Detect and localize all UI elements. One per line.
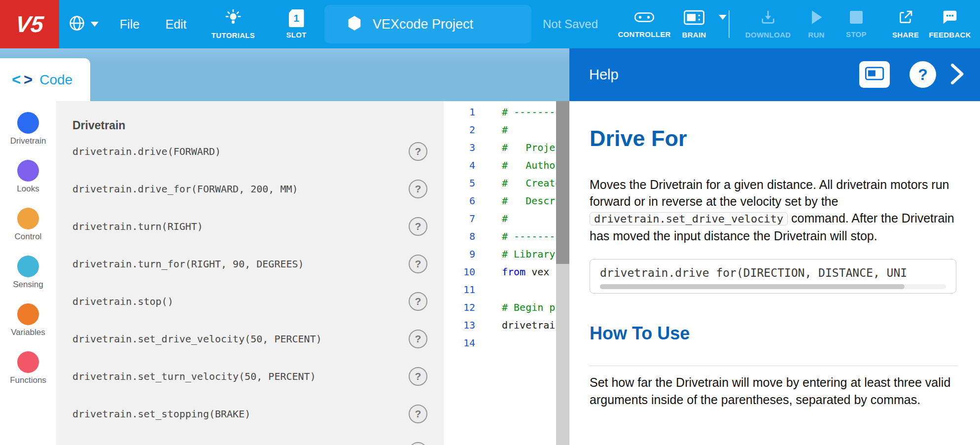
sidebar-category-drivetrain[interactable]: Drivetrain — [10, 112, 46, 160]
category-sidebar: DrivetrainLooksControlSensingVariablesFu… — [0, 101, 56, 445]
sidebar-category-control[interactable]: Control — [15, 208, 42, 256]
run-button[interactable]: RUN — [799, 0, 834, 48]
line-number: 7 — [444, 210, 475, 227]
editor-line[interactable]: 12# Begin p — [444, 298, 556, 316]
sidebar-category-variables[interactable]: Variables — [11, 303, 45, 351]
stop-button[interactable]: STOP — [838, 0, 875, 48]
looks-category-icon[interactable] — [17, 160, 39, 182]
command-help-icon[interactable]: ? — [409, 367, 427, 386]
slot-button[interactable]: 1 SLOT — [274, 0, 318, 48]
project-name-button[interactable]: VEXcode Project — [324, 5, 531, 43]
command-row[interactable]: drivetrain.drive(FORWARD)? — [72, 133, 427, 170]
help-collapse-button[interactable] — [948, 62, 966, 88]
category-label: Looks — [17, 184, 39, 194]
line-number: 9 — [444, 245, 475, 263]
line-number: 12 — [444, 298, 475, 316]
chevron-down-icon — [91, 22, 99, 27]
file-menu[interactable]: File — [114, 0, 145, 48]
command-text[interactable]: drivetrain.turn_for(RIGHT, 90, DEGREES) — [72, 258, 304, 270]
code-example-hscrollbar-thumb[interactable] — [600, 284, 905, 289]
help-toggle-button[interactable]: ? — [910, 61, 936, 88]
sidebar-category-sensing[interactable]: Sensing — [13, 256, 43, 303]
editor-line[interactable]: 3# Proje — [444, 139, 556, 156]
editor-line[interactable]: 11 — [444, 281, 556, 298]
command-text[interactable]: drivetrain.turn(RIGHT) — [72, 221, 203, 232]
command-text[interactable]: drivetrain.set_stopping(BRAKE) — [72, 408, 250, 420]
command-text[interactable]: drivetrain.set_turn_velocity(50, PERCENT… — [72, 371, 316, 382]
tutorials-button[interactable]: TUTORIALS — [204, 0, 263, 48]
command-text[interactable]: drivetrain.drive(FORWARD) — [72, 146, 221, 157]
code-editor[interactable]: 1# ---------2#3# Proje4# Autho5# Create6… — [444, 101, 556, 445]
brain-chevron-down-icon[interactable] — [719, 15, 727, 20]
command-help-icon[interactable]: ? — [409, 405, 427, 423]
command-help-icon[interactable]: ? — [409, 217, 427, 236]
stop-icon — [849, 10, 864, 27]
sidebar-category-looks[interactable]: Looks — [17, 160, 39, 208]
controller-label: CONTROLLER — [618, 30, 670, 38]
command-row[interactable]: drivetrain.turn_for(RIGHT, 90, DEGREES)? — [72, 245, 427, 283]
command-help-icon[interactable]: ? — [409, 330, 427, 348]
line-number: 5 — [444, 174, 475, 192]
editor-line[interactable]: 5# Create — [444, 174, 556, 192]
line-number: 1 — [444, 103, 475, 121]
edit-menu[interactable]: Edit — [161, 0, 191, 48]
hexagon-icon — [347, 15, 362, 33]
editor-line[interactable]: 14 — [444, 334, 556, 352]
controller-button[interactable]: CONTROLLER — [611, 0, 677, 48]
vex-v5-logo[interactable]: V5 — [0, 0, 59, 48]
how-to-use-heading: How To Use — [590, 323, 958, 344]
command-row[interactable]: ? — [72, 433, 427, 445]
command-help-icon[interactable]: ? — [409, 442, 427, 445]
help-device-button[interactable] — [859, 61, 890, 88]
edit-menu-label: Edit — [165, 17, 186, 32]
command-help-icon[interactable]: ? — [409, 142, 427, 161]
feedback-button[interactable]: FEEDBACK — [921, 0, 979, 48]
command-row[interactable]: drivetrain.stop()? — [72, 283, 427, 320]
editor-line[interactable]: 7# — [444, 210, 556, 227]
logo-text: V5 — [14, 11, 45, 37]
command-text[interactable]: drivetrain.drive_for(FORWARD, 200, MM) — [72, 183, 298, 195]
download-button[interactable]: DOWNLOAD — [737, 0, 799, 48]
command-help-icon[interactable]: ? — [409, 180, 427, 198]
control-category-icon[interactable] — [17, 208, 39, 229]
editor-line[interactable]: 8# --------- — [444, 227, 556, 245]
slot-label: SLOT — [286, 31, 306, 39]
sensing-category-icon[interactable] — [17, 256, 39, 277]
editor-line[interactable]: 9# Library — [444, 245, 556, 263]
code-example-text: drivetrain.drive_for(DIRECTION, DISTANCE… — [600, 266, 946, 279]
command-help-icon[interactable]: ? — [409, 255, 427, 273]
feedback-bubble-icon — [942, 9, 958, 27]
command-help-icon[interactable]: ? — [409, 292, 427, 311]
tab-code[interactable]: < > Code — [0, 58, 90, 101]
line-number: 8 — [444, 227, 475, 245]
editor-scrollbar[interactable] — [556, 101, 569, 445]
editor-scrollbar-thumb[interactable] — [556, 101, 569, 264]
editor-line[interactable]: 4# Autho — [444, 156, 556, 174]
help-content: Drive For Moves the Drivetrain for a giv… — [569, 101, 980, 445]
line-number: 2 — [444, 121, 475, 139]
editor-line[interactable]: 2# — [444, 121, 556, 139]
file-menu-label: File — [120, 17, 140, 32]
editor-line[interactable]: 1# --------- — [444, 103, 556, 121]
code-text: # --------- — [502, 230, 556, 242]
command-text[interactable]: drivetrain.set_drive_velocity(50, PERCEN… — [72, 333, 322, 345]
sidebar-category-functions[interactable]: Functions — [10, 351, 46, 399]
drivetrain-category-icon[interactable] — [17, 112, 39, 134]
editor-line[interactable]: 6# Descri — [444, 192, 556, 210]
editor-line[interactable]: 13drivetrain — [444, 316, 556, 334]
code-example-hscrollbar[interactable] — [600, 284, 946, 289]
command-text[interactable]: drivetrain.stop() — [72, 296, 174, 307]
download-label: DOWNLOAD — [745, 31, 791, 39]
command-row[interactable]: drivetrain.set_drive_velocity(50, PERCEN… — [72, 320, 427, 358]
command-row[interactable]: drivetrain.set_turn_velocity(50, PERCENT… — [72, 358, 427, 395]
functions-category-icon[interactable] — [17, 351, 39, 373]
brain-button[interactable]: BRAIN — [669, 0, 719, 48]
language-selector[interactable] — [62, 0, 105, 48]
share-button[interactable]: SHARE — [885, 0, 926, 48]
variables-category-icon[interactable] — [17, 303, 39, 325]
command-row[interactable]: drivetrain.turn(RIGHT)? — [72, 208, 427, 245]
editor-line[interactable]: 10from vex i — [444, 263, 556, 281]
code-text: from vex i — [502, 266, 556, 278]
command-row[interactable]: drivetrain.drive_for(FORWARD, 200, MM)? — [72, 170, 427, 208]
command-row[interactable]: drivetrain.set_stopping(BRAKE)? — [72, 395, 427, 433]
